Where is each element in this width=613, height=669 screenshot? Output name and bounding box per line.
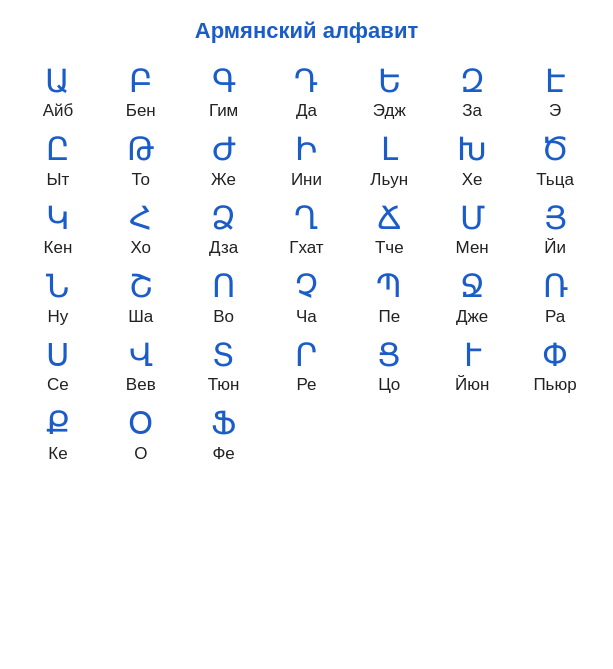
armenian-character: Թ bbox=[127, 130, 155, 168]
character-name: Мен bbox=[456, 237, 489, 259]
armenian-character: Ա bbox=[45, 62, 70, 100]
armenian-character: Ն bbox=[46, 267, 69, 305]
alphabet-cell: ԺЖе bbox=[182, 126, 265, 194]
character-name: Ра bbox=[545, 306, 565, 328]
alphabet-cell: ՈВо bbox=[182, 263, 265, 331]
armenian-character: Բ bbox=[129, 62, 152, 100]
character-name: Йюн bbox=[455, 374, 489, 396]
alphabet-cell: ԹТо bbox=[99, 126, 182, 194]
armenian-character: Պ bbox=[376, 267, 402, 305]
character-name: Цо bbox=[378, 374, 400, 396]
armenian-character: Ւ bbox=[464, 336, 481, 374]
armenian-character: Վ bbox=[129, 336, 153, 374]
armenian-character: Յ bbox=[544, 199, 567, 237]
armenian-character: Է bbox=[545, 62, 565, 100]
character-name: Айб bbox=[43, 100, 74, 122]
armenian-character: Ծ bbox=[541, 130, 569, 168]
alphabet-cell: ՇШа bbox=[99, 263, 182, 331]
character-name: Хе bbox=[462, 169, 483, 191]
character-name: Э bbox=[549, 100, 561, 122]
alphabet-cell: ՁДза bbox=[182, 195, 265, 263]
alphabet-cell: ԼЛьун bbox=[348, 126, 431, 194]
armenian-character: Հ bbox=[129, 199, 152, 237]
character-name: Вев bbox=[126, 374, 156, 396]
alphabet-cell: ԴДа bbox=[265, 58, 348, 126]
alphabet-cell: ՉЧа bbox=[265, 263, 348, 331]
character-name: Бен bbox=[126, 100, 156, 122]
alphabet-cell: ԻИни bbox=[265, 126, 348, 194]
character-name: Кен bbox=[44, 237, 73, 259]
character-name: Ыт bbox=[47, 169, 70, 191]
character-name: Се bbox=[47, 374, 69, 396]
character-name: Льун bbox=[370, 169, 408, 191]
character-name: Ини bbox=[291, 169, 322, 191]
armenian-character: Ջ bbox=[460, 267, 485, 305]
alphabet-cell: ՎВев bbox=[99, 332, 182, 400]
alphabet-cell: ՓПьюр bbox=[514, 332, 597, 400]
character-name: Да bbox=[296, 100, 317, 122]
alphabet-cell: ԾТьца bbox=[514, 126, 597, 194]
armenian-character: Կ bbox=[46, 199, 69, 237]
character-name: Йи bbox=[544, 237, 566, 259]
alphabet-cell: ԲБен bbox=[99, 58, 182, 126]
character-name: Во bbox=[213, 306, 234, 328]
alphabet-cell: ՃТче bbox=[348, 195, 431, 263]
armenian-character: Ը bbox=[46, 130, 69, 168]
character-name: Дза bbox=[209, 237, 238, 259]
alphabet-cell bbox=[514, 400, 597, 468]
alphabet-cell: ՄМен bbox=[431, 195, 514, 263]
character-name: Хо bbox=[130, 237, 151, 259]
armenian-character: Դ bbox=[294, 62, 318, 100]
character-name: Дже bbox=[456, 306, 488, 328]
alphabet-cell: ՕО bbox=[99, 400, 182, 468]
alphabet-cell bbox=[348, 400, 431, 468]
character-name: Эдж bbox=[373, 100, 406, 122]
armenian-character: Ս bbox=[46, 336, 69, 374]
armenian-character: Օ bbox=[128, 404, 153, 442]
alphabet-cell bbox=[431, 400, 514, 468]
armenian-character: Չ bbox=[295, 267, 318, 305]
alphabet-cell: ՔКе bbox=[17, 400, 100, 468]
character-name: Пе bbox=[378, 306, 400, 328]
character-name: То bbox=[131, 169, 150, 191]
armenian-character: Ց bbox=[377, 336, 401, 374]
armenian-character: Ղ bbox=[294, 199, 318, 237]
alphabet-cell: ՒЙюн bbox=[431, 332, 514, 400]
character-name: За bbox=[462, 100, 482, 122]
armenian-character: Ե bbox=[378, 62, 401, 100]
armenian-character: Մ bbox=[460, 199, 485, 237]
armenian-character: Ո bbox=[212, 267, 235, 305]
alphabet-cell: ՑЦо bbox=[348, 332, 431, 400]
character-name: Же bbox=[211, 169, 236, 191]
alphabet-cell: ՀХо bbox=[99, 195, 182, 263]
armenian-character: Փ bbox=[542, 336, 568, 374]
armenian-character: Ի bbox=[295, 130, 317, 168]
alphabet-cell: ԽХе bbox=[431, 126, 514, 194]
character-name: Тче bbox=[375, 237, 404, 259]
alphabet-cell: ԱАйб bbox=[17, 58, 100, 126]
armenian-character: Գ bbox=[212, 62, 236, 100]
alphabet-cell: ՖФе bbox=[182, 400, 265, 468]
character-name: Ре bbox=[296, 374, 316, 396]
armenian-character: Լ bbox=[381, 130, 398, 168]
alphabet-cell: ԷЭ bbox=[514, 58, 597, 126]
armenian-character: Խ bbox=[457, 130, 487, 168]
character-name: Гхат bbox=[289, 237, 323, 259]
alphabet-cell: ՌРа bbox=[514, 263, 597, 331]
armenian-character: Ր bbox=[295, 336, 317, 374]
alphabet-cell: ԵЭдж bbox=[348, 58, 431, 126]
armenian-character: Ֆ bbox=[211, 404, 236, 442]
armenian-character: Տ bbox=[212, 336, 235, 374]
alphabet-cell: ԳГим bbox=[182, 58, 265, 126]
character-name: Тьца bbox=[536, 169, 574, 191]
alphabet-cell: ՅЙи bbox=[514, 195, 597, 263]
character-name: О bbox=[134, 443, 147, 465]
page-title: Армянский алфавит bbox=[195, 0, 418, 58]
alphabet-cell: ՍСе bbox=[17, 332, 100, 400]
character-name: Тюн bbox=[208, 374, 240, 396]
armenian-character: Ժ bbox=[212, 130, 236, 168]
alphabet-cell: ՊПе bbox=[348, 263, 431, 331]
armenian-character: Ք bbox=[46, 404, 70, 442]
alphabet-cell: ՋДже bbox=[431, 263, 514, 331]
alphabet-cell: ՏТюн bbox=[182, 332, 265, 400]
